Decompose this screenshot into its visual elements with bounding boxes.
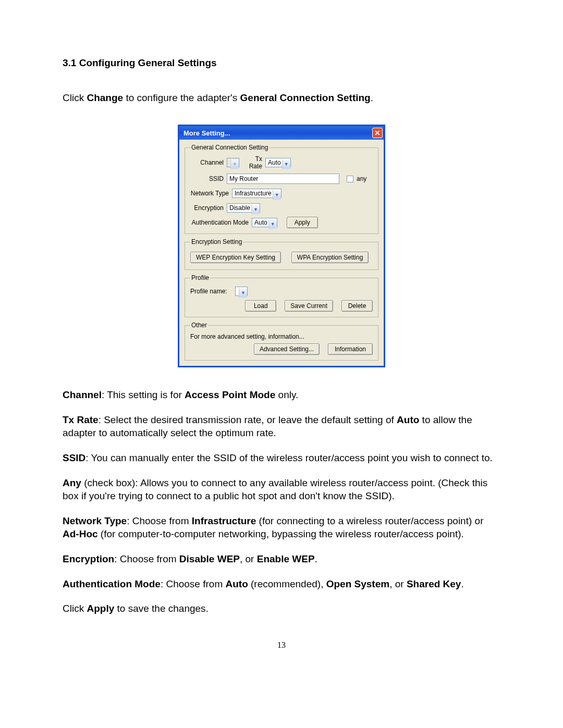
information-button[interactable]: Information	[328, 343, 373, 355]
profile-name-label: Profile name:	[190, 288, 235, 295]
dialog-title: More Setting...	[183, 129, 372, 137]
nettype-label: Network Type	[190, 190, 232, 197]
desc-txrate: Tx Rate: Select the desired transmission…	[63, 413, 500, 440]
text: Click	[63, 603, 87, 614]
desc-channel: Channel: This setting is for Access Poin…	[63, 388, 500, 402]
profile-name-select[interactable]: ▼	[235, 288, 248, 295]
text-bold: Enable WEP	[257, 553, 315, 564]
auth-value: Auto	[252, 218, 277, 227]
desc-encryption: Encryption: Choose from Disable WEP, or …	[63, 552, 500, 566]
text: (for connecting to a wireless router/acc…	[256, 515, 483, 526]
any-checkbox[interactable]	[347, 176, 353, 182]
group-legend: Other	[190, 322, 208, 329]
txrate-select[interactable]: Auto ▼	[265, 159, 291, 166]
text-bold: Disable WEP	[179, 553, 240, 564]
txrate-label: Tx Rate	[239, 155, 265, 170]
text: (check box): Allows you to connect to an…	[63, 477, 487, 502]
encryption-value: Disable	[227, 203, 260, 213]
apply-button[interactable]: Apply	[287, 217, 318, 228]
text: (for computer-to-computer networking, by…	[98, 528, 464, 539]
group-legend: Encryption Setting	[190, 238, 243, 245]
channel-label: Channel	[190, 159, 227, 166]
text-bold: Infrastructure	[192, 515, 256, 526]
text: .	[461, 578, 463, 589]
text: .	[371, 92, 373, 103]
close-icon: ✕	[374, 129, 381, 137]
text-bold: SSID	[63, 452, 85, 463]
section-heading: 3.1 Configuring General Settings	[63, 57, 500, 69]
text: : Choose from	[127, 515, 192, 526]
channel-select: ▼	[227, 159, 239, 166]
nettype-select[interactable]: Infrastructure ▼	[232, 190, 282, 197]
desc-apply: Click Apply to save the changes.	[63, 602, 500, 615]
text: : Choose from	[161, 578, 226, 589]
text-bold: Channel	[63, 389, 102, 400]
txrate-value: Auto	[265, 158, 291, 167]
nettype-value: Infrastructure	[232, 189, 282, 198]
encryption-setting-group: Encryption Setting WEP Encryption Key Se…	[185, 238, 378, 270]
any-label: any	[357, 175, 366, 182]
text-bold: Open System	[326, 578, 389, 589]
advanced-setting-button[interactable]: Advanced Setting...	[254, 343, 320, 355]
text: (recommended),	[248, 578, 326, 589]
text: to save the changes.	[114, 603, 209, 614]
desc-ssid: SSID: You can manually enter the SSID of…	[63, 451, 500, 465]
other-group: Other For more advanced setting, informa…	[185, 322, 378, 361]
text-bold: Any	[63, 477, 81, 488]
text-bold: Auto	[226, 578, 248, 589]
page-number: 13	[63, 640, 500, 650]
text-bold: Access Point Mode	[185, 389, 275, 400]
text-bold: General Connection Setting	[240, 92, 371, 103]
text-bold: Tx Rate	[63, 414, 99, 425]
text-bold: Change	[87, 92, 123, 103]
ssid-label: SSID	[190, 175, 227, 182]
intro-text: Click Change to configure the adapter's …	[63, 92, 500, 104]
close-button[interactable]: ✕	[372, 128, 383, 138]
text: , or	[240, 553, 257, 564]
text-bold: Authentication Mode	[63, 578, 161, 589]
delete-button[interactable]: Delete	[341, 300, 373, 312]
auth-label: Authentication Mode	[190, 219, 252, 226]
text: Click	[63, 92, 87, 103]
text: .	[315, 553, 317, 564]
text-bold: Shared Key	[407, 578, 461, 589]
text: : This setting is for	[102, 389, 185, 400]
desc-nettype: Network Type: Choose from Infrastructure…	[63, 514, 500, 541]
text-bold: Auto	[397, 414, 419, 425]
desc-any: Any (check box): Allows you to connect t…	[63, 476, 500, 503]
load-button[interactable]: Load	[245, 300, 276, 312]
general-connection-group: General Connection Setting Channel ▼ Tx …	[185, 144, 378, 234]
text: to configure the adapter's	[123, 92, 240, 103]
titlebar: More Setting... ✕	[179, 126, 384, 140]
text: only.	[275, 389, 298, 400]
save-current-button[interactable]: Save Current	[285, 300, 333, 312]
desc-auth: Authentication Mode: Choose from Auto (r…	[63, 577, 500, 591]
wpa-button[interactable]: WPA Encryption Setting	[291, 252, 369, 263]
encryption-select[interactable]: Disable ▼	[227, 204, 260, 212]
channel-value	[227, 158, 239, 167]
auth-select[interactable]: Auto ▼	[252, 219, 277, 226]
text-bold: Encryption	[63, 553, 114, 564]
other-text: For more advanced setting, information..…	[190, 333, 373, 340]
ssid-input[interactable]	[227, 174, 339, 184]
encryption-label: Encryption	[190, 204, 227, 212]
more-setting-dialog: More Setting... ✕ General Connection Set…	[178, 125, 385, 367]
profile-name-value	[235, 287, 248, 296]
text: : Choose from	[114, 553, 179, 564]
text-bold: Apply	[87, 603, 114, 614]
group-legend: Profile	[190, 274, 210, 281]
text-bold: Ad-Hoc	[63, 528, 98, 539]
wep-button[interactable]: WEP Encryption Key Setting	[190, 252, 281, 263]
text-bold: Network Type	[63, 515, 127, 526]
group-legend: General Connection Setting	[190, 144, 269, 151]
text: : Select the desired transmission rate, …	[99, 414, 397, 425]
text: , or	[389, 578, 407, 589]
profile-group: Profile Profile name: ▼ Load Save Curren…	[185, 274, 378, 317]
text: : You can manually enter the SSID of the…	[85, 452, 492, 463]
